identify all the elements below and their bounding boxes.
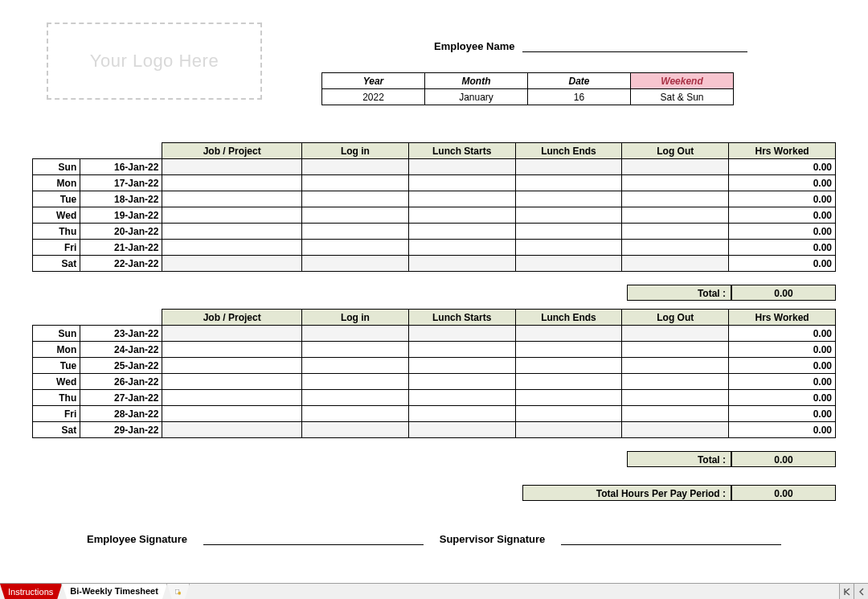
scroll-first-button[interactable] (839, 584, 854, 599)
logout-cell[interactable] (622, 175, 729, 191)
col-hrs-header: Hrs Worked (729, 310, 836, 326)
lunchstart-cell[interactable] (408, 390, 515, 406)
lunchend-cell[interactable] (515, 224, 622, 240)
lunchend-cell[interactable] (515, 342, 622, 358)
job-cell[interactable] (162, 191, 302, 207)
lunchend-cell[interactable] (515, 390, 622, 406)
lunchend-cell[interactable] (515, 256, 622, 272)
login-cell[interactable] (302, 224, 409, 240)
week1-block: Job / Project Log in Lunch Starts Lunch … (32, 142, 836, 301)
lunchend-cell[interactable] (515, 406, 622, 422)
lunchend-cell[interactable] (515, 358, 622, 374)
job-cell[interactable] (162, 406, 302, 422)
tab-new-sheet[interactable] (167, 584, 190, 599)
lunchend-cell[interactable] (515, 175, 622, 191)
lunchend-cell[interactable] (515, 191, 622, 207)
lunchstart-cell[interactable] (408, 175, 515, 191)
meta-year[interactable]: 2022 (322, 89, 425, 105)
tab-instructions[interactable]: Instructions (0, 584, 62, 599)
week2-total-row: Total : 0.00 (32, 451, 836, 467)
login-cell[interactable] (302, 207, 409, 224)
meta-value-row: 2022 January 16 Sat & Sun (322, 89, 734, 105)
logout-cell[interactable] (622, 390, 729, 406)
meta-date[interactable]: 16 (528, 89, 631, 105)
employee-name-line[interactable] (522, 51, 747, 52)
lunchstart-cell[interactable] (408, 342, 515, 358)
logout-cell[interactable] (622, 224, 729, 240)
logo-placeholder[interactable]: Your Logo Here (47, 23, 262, 100)
lunchstart-cell[interactable] (408, 406, 515, 422)
job-cell[interactable] (162, 224, 302, 240)
lunchend-cell[interactable] (515, 422, 622, 438)
date-cell: 22-Jan-22 (80, 256, 162, 272)
tab-biweekly-timesheet[interactable]: Bi-Weekly Timesheet (62, 584, 167, 599)
week2-total-label: Total : (627, 451, 731, 467)
logout-cell[interactable] (622, 342, 729, 358)
logout-cell[interactable] (622, 358, 729, 374)
job-cell[interactable] (162, 422, 302, 438)
week1-total-label: Total : (627, 285, 731, 301)
lunchstart-cell[interactable] (408, 224, 515, 240)
lunchend-cell[interactable] (515, 240, 622, 256)
logout-cell[interactable] (622, 159, 729, 175)
lunchend-cell[interactable] (515, 159, 622, 175)
login-cell[interactable] (302, 159, 409, 175)
lunchstart-cell[interactable] (408, 256, 515, 272)
login-cell[interactable] (302, 390, 409, 406)
lunchstart-cell[interactable] (408, 422, 515, 438)
login-cell[interactable] (302, 342, 409, 358)
employee-signature-label: Employee Signature (87, 533, 187, 545)
login-cell[interactable] (302, 175, 409, 191)
job-cell[interactable] (162, 390, 302, 406)
lunchstart-cell[interactable] (408, 240, 515, 256)
lunchend-cell[interactable] (515, 374, 622, 390)
logout-cell[interactable] (622, 191, 729, 207)
job-cell[interactable] (162, 207, 302, 224)
week1-row: Wed19-Jan-220.00 (33, 207, 836, 224)
job-cell[interactable] (162, 326, 302, 342)
employee-signature-line[interactable] (203, 533, 424, 545)
job-cell[interactable] (162, 175, 302, 191)
job-cell[interactable] (162, 374, 302, 390)
job-cell[interactable] (162, 256, 302, 272)
lunchstart-cell[interactable] (408, 326, 515, 342)
employee-name-field[interactable]: Employee Name (434, 40, 747, 52)
day-cell: Thu (33, 390, 80, 406)
lunchstart-cell[interactable] (408, 191, 515, 207)
logout-cell[interactable] (622, 406, 729, 422)
employee-name-label: Employee Name (434, 40, 514, 52)
meta-month[interactable]: January (425, 89, 528, 105)
scroll-prev-button[interactable] (854, 584, 868, 599)
lunchstart-cell[interactable] (408, 374, 515, 390)
supervisor-signature-line[interactable] (561, 533, 781, 545)
day-cell: Wed (33, 207, 80, 224)
lunchend-cell[interactable] (515, 207, 622, 224)
job-cell[interactable] (162, 342, 302, 358)
login-cell[interactable] (302, 240, 409, 256)
job-cell[interactable] (162, 159, 302, 175)
lunchstart-cell[interactable] (408, 159, 515, 175)
login-cell[interactable] (302, 256, 409, 272)
lunchend-cell[interactable] (515, 326, 622, 342)
logout-cell[interactable] (622, 326, 729, 342)
lunchstart-cell[interactable] (408, 207, 515, 224)
date-cell: 18-Jan-22 (80, 191, 162, 207)
job-cell[interactable] (162, 358, 302, 374)
logout-cell[interactable] (622, 374, 729, 390)
login-cell[interactable] (302, 358, 409, 374)
login-cell[interactable] (302, 374, 409, 390)
login-cell[interactable] (302, 326, 409, 342)
lunchstart-cell[interactable] (408, 358, 515, 374)
col-lunchstart-header: Lunch Starts (408, 143, 515, 159)
logout-cell[interactable] (622, 256, 729, 272)
hrs-cell: 0.00 (729, 191, 836, 207)
day-cell: Tue (33, 358, 80, 374)
logout-cell[interactable] (622, 422, 729, 438)
logout-cell[interactable] (622, 240, 729, 256)
job-cell[interactable] (162, 240, 302, 256)
login-cell[interactable] (302, 191, 409, 207)
meta-weekend[interactable]: Sat & Sun (631, 89, 734, 105)
logout-cell[interactable] (622, 207, 729, 224)
login-cell[interactable] (302, 406, 409, 422)
login-cell[interactable] (302, 422, 409, 438)
